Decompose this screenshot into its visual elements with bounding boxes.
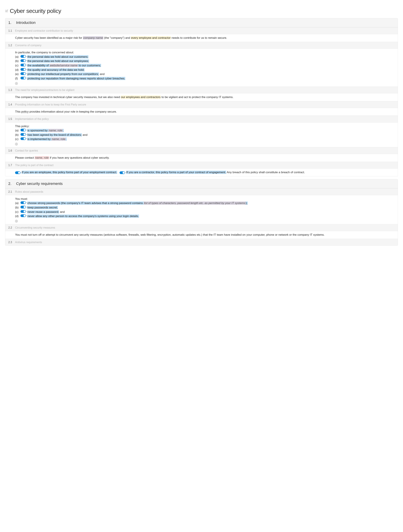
toggle[interactable] — [20, 137, 26, 140]
text: needs to contribute for us to remain sec… — [171, 36, 227, 39]
toggle[interactable] — [20, 214, 26, 217]
clause-1-2-num: 1.2 — [8, 43, 15, 47]
clause-1-3-num: 1.3 — [8, 88, 15, 92]
clause-1-2-body: In particular, the company is concerned … — [5, 49, 398, 86]
item-text: the availability of website/service name… — [27, 64, 101, 67]
clause-2-2-num: 2.2 — [8, 226, 15, 230]
section-2: 2. Cyber security requirements 2.1 Rules… — [5, 179, 398, 246]
clause-1-4: 1.4 Providing information on how to keep… — [5, 101, 398, 116]
clause-1-5-header: 1.5 Implementation of the policy — [5, 116, 398, 122]
toggle[interactable] — [20, 55, 26, 58]
clause-1-2: 1.2 Concerns of company In particular, t… — [5, 42, 398, 87]
tail: and — [82, 133, 87, 136]
section-1: 1. Introduction 1.1 Employee and contrac… — [5, 18, 398, 176]
clause-1-7-body: If you are an employee, this policy form… — [5, 169, 398, 176]
text: Cyber security has been identified as a … — [15, 36, 83, 39]
item-label: (a) — [15, 128, 19, 133]
clause-1-5-title: Implementation of the policy — [15, 117, 49, 121]
item-label: (b) — [15, 206, 19, 210]
item-text: never allow any other person to access t… — [27, 215, 139, 218]
clause-1-7-header: 1.7 The policy is part of the contract — [5, 162, 398, 169]
toggle[interactable] — [20, 77, 26, 79]
clause-1-4-header: 1.4 Providing information on how to keep… — [5, 101, 398, 108]
text: ); — [246, 202, 247, 205]
item-label: (e) — [15, 72, 19, 76]
clause-2-1-header: 2.1 Rules about passwords — [5, 189, 398, 195]
linked-term[interactable]: policy — [21, 110, 29, 114]
text: Please contact — [15, 156, 35, 159]
section-2-header: 2. Cyber security requirements — [5, 179, 398, 188]
placeholder-password-rules[interactable]: list of types of characters, password le… — [144, 202, 246, 205]
list-item: (a) choose strong passwords (the company… — [15, 201, 395, 205]
toggle[interactable] — [20, 133, 26, 136]
item-text: protecting our reputation from damaging … — [27, 77, 125, 80]
placeholder-company-name[interactable]: company name — [83, 36, 103, 39]
clause-1-6-body: Please contact name, role if you have an… — [5, 154, 398, 162]
placeholder-name-role[interactable]: name, role — [48, 129, 63, 132]
intro: In particular, the company is concerned … — [15, 51, 395, 55]
item-text: keep passwords secret; — [27, 206, 58, 209]
toggle[interactable] — [20, 59, 26, 62]
list-item: (a) the personal data we hold about our … — [15, 55, 395, 59]
add-item-icon[interactable] — [15, 82, 18, 85]
toggle[interactable] — [20, 72, 26, 75]
item-text: protecting our intellectual property fro… — [27, 72, 99, 76]
toggle[interactable] — [20, 129, 26, 131]
section-1-title: Introduction — [16, 20, 36, 25]
toggle[interactable] — [20, 210, 26, 213]
add-item-icon[interactable] — [15, 143, 18, 146]
item-label: (c) — [15, 210, 19, 214]
clause-1-6-num: 1.6 — [8, 149, 15, 152]
toggle[interactable] — [20, 206, 26, 209]
list-item: (e) protecting our intellectual property… — [15, 72, 395, 76]
item-text: the personal data we hold about our empl… — [27, 59, 89, 63]
placeholder-service[interactable]: website/service name — [50, 64, 78, 67]
clause-2-2: 2.2 Circumventing security measures You … — [5, 224, 398, 239]
clause-2-2-title: Circumventing security measures — [15, 226, 55, 230]
clause-1-6-header: 1.6 Contact for queries — [5, 147, 398, 154]
clause-1-2-title: Concerns of company — [15, 43, 42, 47]
section-1-header: 1. Introduction — [5, 18, 398, 27]
clause-1-3: 1.3 The need for employees/contractors t… — [5, 87, 398, 101]
clause-2-1: 2.1 Rules about passwords You must: (a) … — [5, 188, 398, 224]
toggle[interactable] — [20, 201, 26, 204]
clause-1-7-title: The policy is part of the contract — [15, 163, 54, 167]
clause-2-2-body: You must not turn off or attempt to circ… — [5, 231, 398, 239]
clause-2-3: 2.3 Antivirus requirements — [5, 239, 398, 246]
add-item-icon[interactable] — [15, 220, 18, 222]
toggle[interactable] — [120, 171, 125, 174]
clause-2-3-num: 2.3 — [8, 240, 15, 244]
item-label: (f) — [15, 76, 19, 81]
segment-1: If you are an employee, this policy form… — [22, 171, 117, 174]
text: provides information about your role in … — [29, 110, 117, 113]
clause-1-3-body: The company has invested in technical cy… — [5, 94, 398, 101]
text: ; — [63, 129, 63, 132]
intro: You must: — [15, 197, 395, 201]
toggle[interactable] — [20, 64, 26, 66]
item-label: (c) — [15, 63, 19, 68]
placeholder-name-role[interactable]: name, role — [51, 138, 66, 141]
clause-1-6: 1.6 Contact for queries Please contact n… — [5, 147, 398, 162]
list-item: (d) never allow any other person to acce… — [15, 214, 395, 218]
clause-1-1-body: Cyber security has been identified as a … — [5, 34, 398, 42]
clause-1-7-num: 1.7 — [8, 163, 15, 167]
list-item: (b) has been agreed by the board of dire… — [15, 133, 395, 137]
text: You must not turn off or attempt to circ… — [15, 233, 325, 236]
placeholder-name-role[interactable]: name, role — [35, 156, 49, 159]
list-item: (c) never reuse a password; and — [15, 210, 395, 214]
clause-2-3-title: Antivirus requirements — [15, 240, 42, 244]
document-header: Cyber security policy — [5, 7, 398, 15]
list-item: (c) is implemented by name, role. — [15, 137, 395, 141]
text: to be vigilant and act to protect the co… — [161, 95, 233, 99]
item-label: (a) — [15, 201, 19, 205]
clause-1-5: 1.5 Implementation of the policy This po… — [5, 115, 398, 147]
list-item: (c) the availability of website/service … — [15, 63, 395, 68]
toggle[interactable] — [15, 171, 20, 174]
item-text: never reuse a password; — [27, 210, 59, 214]
section-2-number: 2. — [8, 181, 12, 186]
item-text: is sponsored by name, role; — [27, 129, 64, 132]
segment-2: If you are a contractor, this policy for… — [126, 171, 226, 174]
clause-2-3-header: 2.3 Antivirus requirements — [5, 239, 398, 246]
toggle[interactable] — [20, 68, 26, 71]
list-item: (b) keep passwords secret; — [15, 206, 395, 210]
